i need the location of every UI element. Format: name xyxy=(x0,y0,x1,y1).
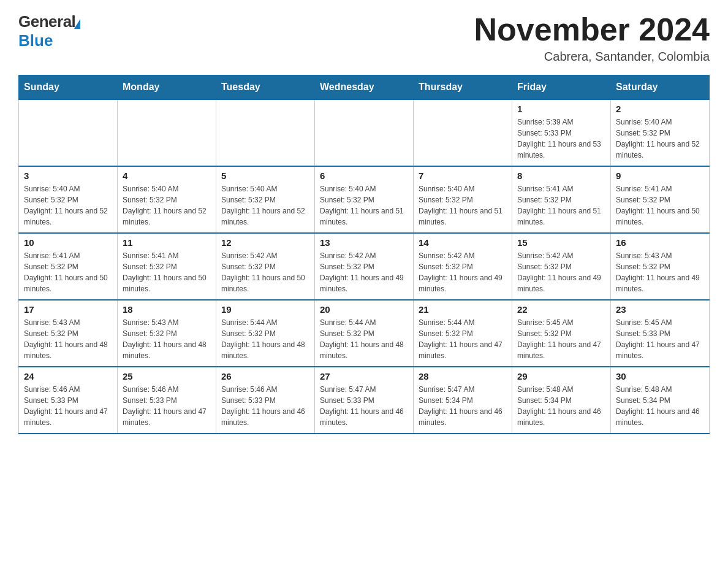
day-number: 12 xyxy=(221,237,309,248)
day-number: 6 xyxy=(320,170,408,181)
calendar-cell: 18Sunrise: 5:43 AM Sunset: 5:32 PM Dayli… xyxy=(118,300,216,367)
page-header: General Blue November 2024 Cabrera, Sant… xyxy=(18,12,710,64)
day-number: 17 xyxy=(24,304,112,315)
calendar-cell: 4Sunrise: 5:40 AM Sunset: 5:32 PM Daylig… xyxy=(118,166,216,233)
calendar-week-row: 3Sunrise: 5:40 AM Sunset: 5:32 PM Daylig… xyxy=(19,166,710,233)
day-info: Sunrise: 5:41 AM Sunset: 5:32 PM Dayligh… xyxy=(517,183,605,228)
day-info: Sunrise: 5:39 AM Sunset: 5:33 PM Dayligh… xyxy=(517,117,605,161)
day-info: Sunrise: 5:45 AM Sunset: 5:33 PM Dayligh… xyxy=(616,317,704,361)
calendar-cell: 5Sunrise: 5:40 AM Sunset: 5:32 PM Daylig… xyxy=(216,166,315,233)
day-number: 1 xyxy=(517,104,605,114)
calendar-cell: 7Sunrise: 5:40 AM Sunset: 5:32 PM Daylig… xyxy=(414,166,512,233)
day-number: 21 xyxy=(419,304,507,315)
day-number: 22 xyxy=(517,304,605,315)
day-number: 5 xyxy=(221,170,309,181)
day-info: Sunrise: 5:40 AM Sunset: 5:32 PM Dayligh… xyxy=(123,183,211,228)
day-info: Sunrise: 5:48 AM Sunset: 5:34 PM Dayligh… xyxy=(616,384,704,428)
calendar-cell xyxy=(414,99,512,166)
calendar-cell: 26Sunrise: 5:46 AM Sunset: 5:33 PM Dayli… xyxy=(216,367,315,434)
day-info: Sunrise: 5:41 AM Sunset: 5:32 PM Dayligh… xyxy=(616,183,704,228)
calendar-cell: 30Sunrise: 5:48 AM Sunset: 5:34 PM Dayli… xyxy=(611,367,710,434)
day-info: Sunrise: 5:45 AM Sunset: 5:32 PM Dayligh… xyxy=(517,317,605,361)
day-number: 20 xyxy=(320,304,408,315)
day-info: Sunrise: 5:42 AM Sunset: 5:32 PM Dayligh… xyxy=(419,250,507,294)
calendar-cell xyxy=(216,99,315,166)
calendar-cell: 19Sunrise: 5:44 AM Sunset: 5:32 PM Dayli… xyxy=(216,300,315,367)
day-info: Sunrise: 5:42 AM Sunset: 5:32 PM Dayligh… xyxy=(320,250,408,294)
calendar-cell: 6Sunrise: 5:40 AM Sunset: 5:32 PM Daylig… xyxy=(315,166,414,233)
calendar-table: SundayMondayTuesdayWednesdayThursdayFrid… xyxy=(18,75,710,434)
day-number: 18 xyxy=(123,304,211,315)
calendar-cell: 17Sunrise: 5:43 AM Sunset: 5:32 PM Dayli… xyxy=(19,300,118,367)
day-info: Sunrise: 5:42 AM Sunset: 5:32 PM Dayligh… xyxy=(221,250,309,294)
day-info: Sunrise: 5:47 AM Sunset: 5:34 PM Dayligh… xyxy=(419,384,507,428)
day-headers-row: SundayMondayTuesdayWednesdayThursdayFrid… xyxy=(19,75,710,100)
day-number: 3 xyxy=(24,170,112,181)
location-text: Cabrera, Santander, Colombia xyxy=(474,50,710,64)
calendar-cell: 16Sunrise: 5:43 AM Sunset: 5:32 PM Dayli… xyxy=(611,233,710,300)
day-info: Sunrise: 5:48 AM Sunset: 5:34 PM Dayligh… xyxy=(517,384,605,428)
calendar-week-row: 1Sunrise: 5:39 AM Sunset: 5:33 PM Daylig… xyxy=(19,99,710,166)
calendar-cell: 8Sunrise: 5:41 AM Sunset: 5:32 PM Daylig… xyxy=(512,166,611,233)
calendar-cell: 23Sunrise: 5:45 AM Sunset: 5:33 PM Dayli… xyxy=(611,300,710,367)
day-number: 4 xyxy=(123,170,211,181)
calendar-cell: 3Sunrise: 5:40 AM Sunset: 5:32 PM Daylig… xyxy=(19,166,118,233)
calendar-cell: 28Sunrise: 5:47 AM Sunset: 5:34 PM Dayli… xyxy=(414,367,512,434)
day-number: 14 xyxy=(419,237,507,248)
day-info: Sunrise: 5:43 AM Sunset: 5:32 PM Dayligh… xyxy=(616,250,704,294)
day-info: Sunrise: 5:46 AM Sunset: 5:33 PM Dayligh… xyxy=(123,384,211,428)
logo-general-text: General xyxy=(18,12,75,31)
day-info: Sunrise: 5:46 AM Sunset: 5:33 PM Dayligh… xyxy=(24,384,112,428)
day-number: 9 xyxy=(616,170,704,181)
day-header-saturday: Saturday xyxy=(611,75,710,100)
logo: General Blue xyxy=(18,12,80,50)
calendar-cell: 29Sunrise: 5:48 AM Sunset: 5:34 PM Dayli… xyxy=(512,367,611,434)
day-number: 26 xyxy=(221,371,309,381)
calendar-cell: 1Sunrise: 5:39 AM Sunset: 5:33 PM Daylig… xyxy=(512,99,611,166)
day-info: Sunrise: 5:43 AM Sunset: 5:32 PM Dayligh… xyxy=(24,317,112,361)
month-title: November 2024 xyxy=(474,12,710,47)
calendar-body: 1Sunrise: 5:39 AM Sunset: 5:33 PM Daylig… xyxy=(19,99,710,434)
day-info: Sunrise: 5:40 AM Sunset: 5:32 PM Dayligh… xyxy=(24,183,112,228)
day-info: Sunrise: 5:40 AM Sunset: 5:32 PM Dayligh… xyxy=(419,183,507,228)
calendar-cell: 22Sunrise: 5:45 AM Sunset: 5:32 PM Dayli… xyxy=(512,300,611,367)
day-info: Sunrise: 5:47 AM Sunset: 5:33 PM Dayligh… xyxy=(320,384,408,428)
calendar-cell: 21Sunrise: 5:44 AM Sunset: 5:32 PM Dayli… xyxy=(414,300,512,367)
day-number: 29 xyxy=(517,371,605,381)
calendar-cell: 25Sunrise: 5:46 AM Sunset: 5:33 PM Dayli… xyxy=(118,367,216,434)
day-info: Sunrise: 5:44 AM Sunset: 5:32 PM Dayligh… xyxy=(419,317,507,361)
calendar-header: SundayMondayTuesdayWednesdayThursdayFrid… xyxy=(19,75,710,100)
day-number: 30 xyxy=(616,371,704,381)
calendar-cell xyxy=(315,99,414,166)
day-number: 8 xyxy=(517,170,605,181)
calendar-week-row: 10Sunrise: 5:41 AM Sunset: 5:32 PM Dayli… xyxy=(19,233,710,300)
day-info: Sunrise: 5:42 AM Sunset: 5:32 PM Dayligh… xyxy=(517,250,605,294)
calendar-cell: 11Sunrise: 5:41 AM Sunset: 5:32 PM Dayli… xyxy=(118,233,216,300)
day-number: 27 xyxy=(320,371,408,381)
calendar-cell xyxy=(118,99,216,166)
day-number: 7 xyxy=(419,170,507,181)
calendar-cell: 24Sunrise: 5:46 AM Sunset: 5:33 PM Dayli… xyxy=(19,367,118,434)
calendar-cell: 2Sunrise: 5:40 AM Sunset: 5:32 PM Daylig… xyxy=(611,99,710,166)
day-number: 25 xyxy=(123,371,211,381)
calendar-cell: 14Sunrise: 5:42 AM Sunset: 5:32 PM Dayli… xyxy=(414,233,512,300)
calendar-cell: 13Sunrise: 5:42 AM Sunset: 5:32 PM Dayli… xyxy=(315,233,414,300)
calendar-cell xyxy=(19,99,118,166)
calendar-cell: 10Sunrise: 5:41 AM Sunset: 5:32 PM Dayli… xyxy=(19,233,118,300)
calendar-week-row: 17Sunrise: 5:43 AM Sunset: 5:32 PM Dayli… xyxy=(19,300,710,367)
day-info: Sunrise: 5:40 AM Sunset: 5:32 PM Dayligh… xyxy=(320,183,408,228)
day-header-monday: Monday xyxy=(118,75,216,100)
day-info: Sunrise: 5:46 AM Sunset: 5:33 PM Dayligh… xyxy=(221,384,309,428)
day-number: 15 xyxy=(517,237,605,248)
day-number: 11 xyxy=(123,237,211,248)
calendar-cell: 15Sunrise: 5:42 AM Sunset: 5:32 PM Dayli… xyxy=(512,233,611,300)
calendar-cell: 27Sunrise: 5:47 AM Sunset: 5:33 PM Dayli… xyxy=(315,367,414,434)
calendar-week-row: 24Sunrise: 5:46 AM Sunset: 5:33 PM Dayli… xyxy=(19,367,710,434)
day-number: 10 xyxy=(24,237,112,248)
day-info: Sunrise: 5:43 AM Sunset: 5:32 PM Dayligh… xyxy=(123,317,211,361)
day-info: Sunrise: 5:41 AM Sunset: 5:32 PM Dayligh… xyxy=(24,250,112,294)
day-header-thursday: Thursday xyxy=(414,75,512,100)
calendar-cell: 20Sunrise: 5:44 AM Sunset: 5:32 PM Dayli… xyxy=(315,300,414,367)
logo-triangle-icon xyxy=(74,19,80,29)
day-number: 13 xyxy=(320,237,408,248)
